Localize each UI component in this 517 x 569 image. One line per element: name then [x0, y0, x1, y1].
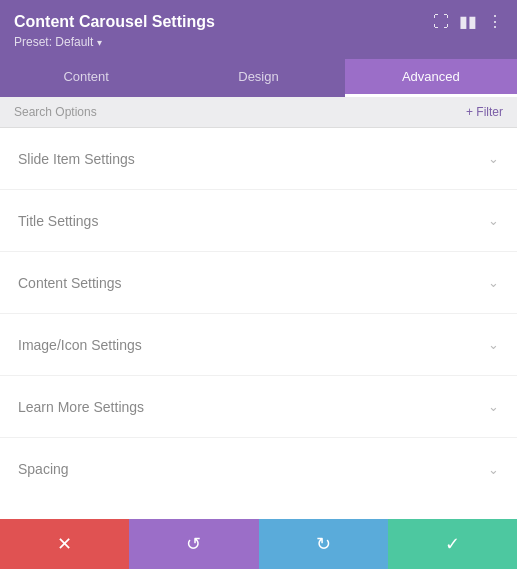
- tab-advanced[interactable]: Advanced: [345, 59, 517, 97]
- title-settings-label: Title Settings: [18, 213, 98, 229]
- slide-item-settings-label: Slide Item Settings: [18, 151, 135, 167]
- footer-actions: ✕ ↺ ↻ ✓: [0, 519, 517, 569]
- panel-title: Content Carousel Settings: [14, 13, 215, 31]
- save-button[interactable]: ✓: [388, 519, 517, 569]
- settings-item-slide[interactable]: Slide Item Settings ⌄: [0, 128, 517, 190]
- preset-label[interactable]: Preset: Default ▾: [14, 35, 503, 49]
- content-settings-label: Content Settings: [18, 275, 122, 291]
- spacing-label: Spacing: [18, 461, 69, 477]
- expand-icon[interactable]: ⛶: [433, 13, 449, 31]
- header-icon-group: ⛶ ▮▮ ⋮: [433, 12, 503, 31]
- settings-item-title[interactable]: Title Settings ⌄: [0, 190, 517, 252]
- chevron-down-icon: ⌄: [488, 151, 499, 166]
- filter-button[interactable]: + Filter: [466, 105, 503, 119]
- settings-item-spacing[interactable]: Spacing ⌄: [0, 438, 517, 500]
- more-icon[interactable]: ⋮: [487, 12, 503, 31]
- image-icon-settings-label: Image/Icon Settings: [18, 337, 142, 353]
- panel-header: Content Carousel Settings ⛶ ▮▮ ⋮ Preset:…: [0, 0, 517, 59]
- chevron-down-icon: ⌄: [488, 275, 499, 290]
- layout-icon[interactable]: ▮▮: [459, 12, 477, 31]
- learn-more-settings-label: Learn More Settings: [18, 399, 144, 415]
- chevron-down-icon: ⌄: [488, 213, 499, 228]
- search-bar: Search Options + Filter: [0, 97, 517, 128]
- settings-list: Slide Item Settings ⌄ Title Settings ⌄ C…: [0, 128, 517, 522]
- header-top-row: Content Carousel Settings ⛶ ▮▮ ⋮: [14, 12, 503, 31]
- redo-button[interactable]: ↻: [259, 519, 388, 569]
- chevron-down-icon: ⌄: [488, 399, 499, 414]
- preset-dropdown-arrow: ▾: [97, 37, 102, 48]
- chevron-down-icon: ⌄: [488, 462, 499, 477]
- settings-item-learn-more[interactable]: Learn More Settings ⌄: [0, 376, 517, 438]
- search-options-label: Search Options: [14, 105, 97, 119]
- tab-content[interactable]: Content: [0, 59, 172, 97]
- tab-design[interactable]: Design: [172, 59, 344, 97]
- reset-button[interactable]: ↺: [129, 519, 258, 569]
- settings-item-content[interactable]: Content Settings ⌄: [0, 252, 517, 314]
- chevron-down-icon: ⌄: [488, 337, 499, 352]
- cancel-button[interactable]: ✕: [0, 519, 129, 569]
- tab-bar: Content Design Advanced: [0, 59, 517, 97]
- settings-item-image-icon[interactable]: Image/Icon Settings ⌄: [0, 314, 517, 376]
